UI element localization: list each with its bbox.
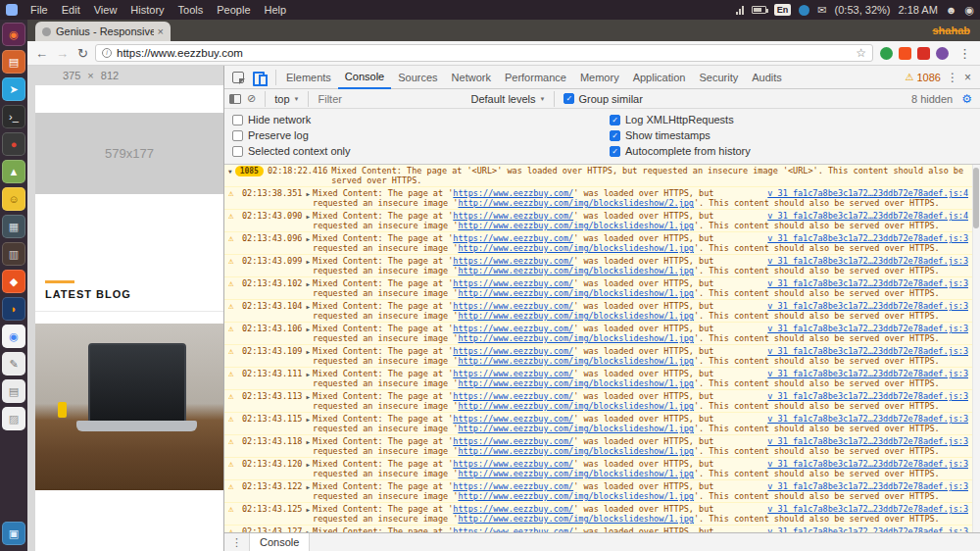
page-url-link[interactable]: https://www.eezzbuy.com/ xyxy=(453,414,573,424)
chrome-icon[interactable]: ◉ xyxy=(2,325,25,348)
tab-elements[interactable]: Elements xyxy=(279,66,338,89)
image-url-link[interactable]: http://www.eezzbuy.com/img/blockslidesho… xyxy=(458,243,694,253)
source-location-link[interactable]: v_31_fa1c7a8be3c1a72…23ddb72e78adef.js:3 xyxy=(767,436,968,446)
collapse-caret-icon[interactable]: ▼ xyxy=(228,167,232,176)
bluetooth-icon[interactable] xyxy=(799,5,809,16)
bookmark-star-icon[interactable]: ☆ xyxy=(856,46,866,60)
forward-button[interactable]: → xyxy=(54,46,71,61)
expand-caret-icon[interactable]: ▶ xyxy=(306,437,310,447)
device-toolbar-toggle-icon[interactable] xyxy=(253,71,268,83)
source-location-link[interactable]: v_31_fa1c7a8be3c1a72…23ddb72e78adef.js:3 xyxy=(767,459,968,469)
source-location-link[interactable]: v_31_fa1c7a8be3c1a72…23ddb72e78adef.js:3 xyxy=(767,369,968,378)
settings-app-icon[interactable]: ▦ xyxy=(2,215,25,238)
checkbox-icon[interactable]: ✓ xyxy=(610,115,620,125)
page-url-link[interactable]: https://www.eezzbuy.com/ xyxy=(453,211,573,221)
expand-caret-icon[interactable]: ▶ xyxy=(306,279,310,289)
game-icon[interactable]: ☺ xyxy=(2,187,25,211)
source-location-link[interactable]: v_31_fa1c7a8be3c1a72…23ddb72e78adef.js:3 xyxy=(767,324,968,333)
page-url-link[interactable]: https://www.eezzbuy.com/ xyxy=(453,278,573,288)
source-location-link[interactable]: v_31_fa1c7a8be3c1a72…23ddb72e78adef.js:3 xyxy=(767,346,968,356)
reload-button[interactable]: ↻ xyxy=(74,46,91,61)
battery-icon[interactable] xyxy=(752,6,766,14)
source-location-link[interactable]: v_31_fa1c7a8be3c1a72…23ddb72e78adef.js:3 xyxy=(767,391,968,401)
drawer-tab-console[interactable]: Console xyxy=(249,533,310,551)
expand-caret-icon[interactable]: ▶ xyxy=(306,392,310,402)
menu-help[interactable]: Help xyxy=(265,4,287,16)
source-location-link[interactable]: v_31_fa1c7a8be3c1a72…23ddb72e78adef.js:3 xyxy=(767,233,968,243)
expand-caret-icon[interactable]: ▶ xyxy=(306,370,310,379)
extension-icon-4[interactable] xyxy=(936,47,949,60)
tab-sources[interactable]: Sources xyxy=(391,66,444,89)
menu-history[interactable]: History xyxy=(130,4,164,16)
devtools-close-icon[interactable]: × xyxy=(964,71,971,84)
checkbox-icon[interactable]: ✓ xyxy=(610,146,620,157)
menu-people[interactable]: People xyxy=(217,4,250,16)
page-url-link[interactable]: https://www.eezzbuy.com/ xyxy=(453,256,573,266)
device-width-value[interactable]: 375 xyxy=(63,70,80,81)
text-editor-icon[interactable]: ✎ xyxy=(2,352,25,376)
checkbox-icon[interactable] xyxy=(232,146,243,157)
devtools-menu-icon[interactable]: ⋮ xyxy=(947,71,958,84)
source-location-link[interactable]: v_31_fa1c7a8be3c1a72…23ddb72e78adef.js:3 xyxy=(767,414,968,424)
utilities-icon[interactable]: ▥ xyxy=(2,242,25,266)
image-url-link[interactable]: http://www.eezzbuy.com/img/blockslidesho… xyxy=(458,401,694,411)
page-info-icon[interactable]: i xyxy=(102,48,112,58)
ubuntu-launcher-icon[interactable]: ◉ xyxy=(2,23,25,46)
warning-counter[interactable]: ⚠ 1086 xyxy=(906,72,941,83)
page-url-link[interactable]: https://www.eezzbuy.com/ xyxy=(453,301,573,311)
source-location-link[interactable]: v_31_fa1c7a8be3c1a72…23ddb72e78adef.js:4 xyxy=(767,211,968,221)
image-url-link[interactable]: http://www.eezzbuy.com/img/blockslidesho… xyxy=(458,221,694,230)
blog-post-image[interactable] xyxy=(35,324,223,490)
expand-caret-icon[interactable]: ▶ xyxy=(306,257,310,267)
page-url-link[interactable]: https://www.eezzbuy.com/ xyxy=(453,369,573,378)
expand-caret-icon[interactable]: ▶ xyxy=(306,527,310,532)
image-url-link[interactable]: http://www.eezzbuy.com/img/blockslidesho… xyxy=(458,311,694,321)
url-bar[interactable]: i https://www.eezzbuy.com ☆ xyxy=(95,44,873,62)
image-url-link[interactable]: http://www.eezzbuy.com/img/blockslidesho… xyxy=(458,446,694,456)
image-url-link[interactable]: http://www.eezzbuy.com/img/blockslidesho… xyxy=(458,491,694,501)
image-url-link[interactable]: http://www.eezzbuy.com/img/blockslidesho… xyxy=(458,514,694,524)
back-button[interactable]: ← xyxy=(33,46,50,61)
mail-icon[interactable]: ✉ xyxy=(817,4,826,17)
page-url-link[interactable]: https://www.eezzbuy.com/ xyxy=(453,324,573,333)
menu-edit[interactable]: Edit xyxy=(62,4,80,16)
power-menu-icon[interactable]: ◉ xyxy=(964,4,974,17)
tab-close-icon[interactable]: × xyxy=(158,25,164,37)
page-url-link[interactable]: https://www.eezzbuy.com/ xyxy=(453,526,573,532)
image-url-link[interactable]: http://www.eezzbuy.com/img/blockslidesho… xyxy=(458,288,694,298)
source-location-link[interactable]: v_31_fa1c7a8be3c1a72…23ddb72e78adef.js:3 xyxy=(767,256,968,266)
scrollbar-thumb[interactable] xyxy=(973,168,979,228)
console-sidebar-icon[interactable] xyxy=(229,94,241,104)
checkbox-icon[interactable] xyxy=(232,130,243,141)
page-url-link[interactable]: https://www.eezzbuy.com/ xyxy=(453,459,573,469)
setting-hide-network[interactable]: Hide network xyxy=(224,112,602,127)
checkbox-icon[interactable] xyxy=(232,115,243,125)
tab-audits[interactable]: Audits xyxy=(745,66,789,89)
image-url-link[interactable]: http://www.eezzbuy.com/img/blockslidesho… xyxy=(458,469,694,478)
page-url-link[interactable]: https://www.eezzbuy.com/ xyxy=(453,391,573,401)
image-url-link[interactable]: http://www.eezzbuy.com/img/blockslidesho… xyxy=(458,333,694,343)
archive-icon[interactable]: ▨ xyxy=(2,407,25,430)
image-url-link[interactable]: http://www.eezzbuy.com/img/blockslidesho… xyxy=(458,378,694,388)
tab-security[interactable]: Security xyxy=(692,66,745,89)
menu-tools[interactable]: Tools xyxy=(178,4,204,16)
files-icon[interactable]: ▤ xyxy=(2,50,25,74)
menu-view[interactable]: View xyxy=(94,4,118,16)
messenger-icon[interactable]: ➤ xyxy=(2,77,25,101)
image-url-link[interactable]: http://www.eezzbuy.com/img/blockslidesho… xyxy=(458,266,694,276)
image-url-link[interactable]: http://www.eezzbuy.com/img/blockslidesho… xyxy=(458,424,694,433)
documents-icon[interactable]: ▤ xyxy=(2,379,25,403)
console-filter-input[interactable] xyxy=(318,93,465,105)
console-settings-gear-icon[interactable]: ⚙ xyxy=(961,92,972,106)
drawer-menu-icon[interactable]: ⋮ xyxy=(231,536,242,549)
checkbox-icon[interactable]: ✓ xyxy=(610,130,620,141)
source-location-link[interactable]: v_31_fa1c7a8be3c1a72…23ddb72e78adef.js:3 xyxy=(767,301,968,311)
software-store-icon[interactable]: ◆ xyxy=(2,270,25,293)
expand-caret-icon[interactable]: ▶ xyxy=(306,234,310,244)
network-signal-icon[interactable] xyxy=(736,6,744,15)
clear-console-icon[interactable]: ⊘ xyxy=(247,92,256,105)
extension-icon-2[interactable] xyxy=(899,47,911,60)
execution-context-select[interactable]: top ▼ xyxy=(274,93,299,105)
setting-log-xmlhttprequests[interactable]: ✓Log XMLHttpRequests xyxy=(602,112,751,127)
photos-icon[interactable]: ▲ xyxy=(2,160,25,183)
